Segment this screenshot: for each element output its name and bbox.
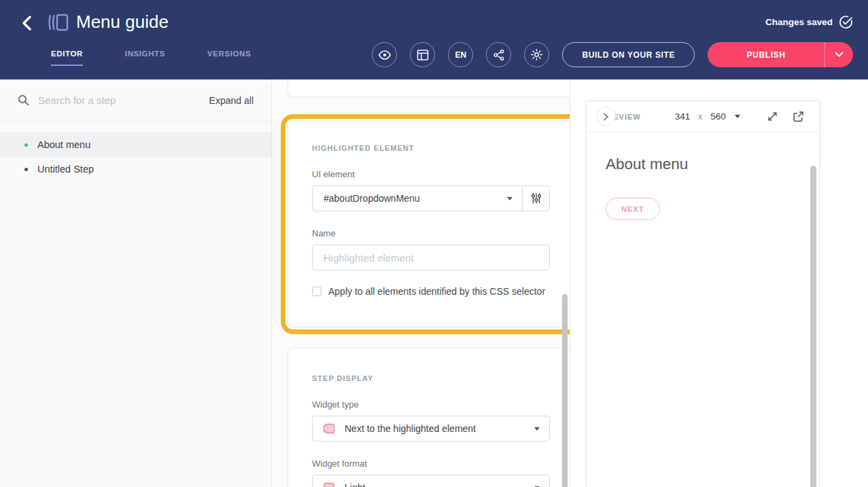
settings-button[interactable] bbox=[524, 42, 549, 67]
check-circle-icon bbox=[839, 15, 853, 29]
language-button[interactable]: EN bbox=[448, 42, 473, 67]
share-button[interactable] bbox=[486, 42, 511, 67]
step-search-row: Expand all bbox=[0, 79, 271, 122]
tab-versions[interactable]: VERSIONS bbox=[207, 50, 251, 66]
previous-settings-card bbox=[288, 79, 570, 97]
ui-element-select-row: #aboutDropdownMenu bbox=[312, 185, 550, 211]
steps-sidebar: Expand all About menu Untitled Step bbox=[0, 79, 272, 487]
step-status-dot bbox=[24, 168, 28, 171]
publish-split-button: PUBLISH bbox=[708, 42, 853, 67]
tab-editor[interactable]: EDITOR bbox=[51, 50, 83, 66]
preview-scrollbar[interactable] bbox=[810, 166, 816, 487]
ui-element-label: UI element bbox=[312, 169, 550, 179]
changes-saved-label: Changes saved bbox=[765, 17, 833, 27]
steps-list: About menu Untitled Step bbox=[0, 132, 271, 181]
apply-to-all-checkbox[interactable] bbox=[312, 287, 322, 296]
apply-to-all-label: Apply to all elements identified by this… bbox=[328, 286, 545, 297]
step-status-dot bbox=[24, 143, 28, 147]
search-step-input[interactable] bbox=[38, 94, 209, 106]
widget-type-label: Widget type bbox=[312, 399, 550, 410]
highlighted-element-ring: HIGHLIGHTED ELEMENT UI element #aboutDro… bbox=[281, 114, 570, 334]
editor-scrollbar[interactable] bbox=[562, 294, 568, 487]
expand-preview-button[interactable] bbox=[767, 111, 778, 122]
preview-height-value: 560 bbox=[710, 111, 726, 122]
tab-insights[interactable]: INSIGHTS bbox=[125, 50, 165, 66]
step-label: Untitled Step bbox=[37, 164, 94, 175]
back-chevron-icon bbox=[21, 16, 33, 31]
preview-eye-button[interactable] bbox=[372, 42, 397, 67]
step-item-about-menu[interactable]: About menu bbox=[0, 132, 271, 157]
chevron-down-icon bbox=[534, 427, 540, 431]
ui-element-select[interactable]: #aboutDropdownMenu bbox=[313, 186, 522, 211]
preview-step-title: About menu bbox=[606, 132, 800, 173]
chevron-down-icon bbox=[735, 115, 740, 118]
expand-all-link[interactable]: Expand all bbox=[209, 95, 254, 106]
gear-icon bbox=[530, 48, 543, 61]
preview-dimensions-select[interactable]: 341 x 560 bbox=[675, 111, 740, 122]
share-icon bbox=[493, 49, 505, 61]
header-tabs: EDITOR INSIGHTS VERSIONS bbox=[51, 50, 251, 66]
collapse-preview-button[interactable] bbox=[596, 107, 616, 126]
preview-region: PREVIEW 341 x 560 bbox=[570, 79, 868, 487]
search-icon bbox=[18, 94, 29, 106]
preview-header-icons bbox=[767, 111, 804, 122]
widget-bubble-icon bbox=[322, 422, 336, 435]
back-button[interactable] bbox=[18, 14, 37, 33]
widget-type-select[interactable]: Next to the highlighted element bbox=[312, 416, 550, 441]
chevron-down-icon bbox=[835, 52, 844, 58]
ui-element-value: #aboutDropdownMenu bbox=[324, 193, 420, 204]
step-label: About menu bbox=[37, 139, 90, 150]
widget-format-icon bbox=[322, 481, 336, 487]
apply-to-all-checkbox-row[interactable]: Apply to all elements identified by this… bbox=[312, 286, 550, 297]
widget-format-label: Widget format bbox=[312, 458, 550, 469]
section-title: STEP DISPLAY bbox=[312, 374, 550, 382]
app-window: Menu guide Changes saved EDITOR INSIGHTS… bbox=[0, 0, 868, 487]
build-on-your-site-button[interactable]: BUILD ON YOUR SITE bbox=[562, 42, 695, 67]
open-external-button[interactable] bbox=[793, 111, 804, 122]
layout-panel-button[interactable] bbox=[410, 42, 435, 67]
preview-width-value: 341 bbox=[675, 111, 691, 122]
preview-panel: PREVIEW 341 x 560 bbox=[586, 101, 820, 487]
step-item-untitled-step[interactable]: Untitled Step bbox=[0, 157, 271, 181]
step-display-card: STEP DISPLAY Widget type Next to the hig… bbox=[288, 348, 570, 487]
chevron-right-icon bbox=[603, 113, 609, 121]
experience-type-icon bbox=[48, 12, 69, 33]
widget-format-select[interactable]: Light bbox=[312, 475, 550, 487]
highlighted-element-name-input[interactable] bbox=[312, 245, 550, 270]
page-title: Menu guide bbox=[76, 12, 169, 33]
widget-format-value: Light bbox=[345, 482, 365, 487]
publish-button[interactable]: PUBLISH bbox=[708, 42, 824, 67]
preview-body: About menu NEXT bbox=[587, 132, 819, 487]
layout-panel-icon bbox=[417, 49, 429, 61]
element-selector-settings-button[interactable] bbox=[522, 186, 549, 211]
chevron-down-icon bbox=[507, 197, 513, 200]
widget-type-value: Next to the highlighted element bbox=[345, 423, 476, 434]
header-controls: EN bbox=[372, 42, 853, 67]
top-header: Menu guide Changes saved EDITOR INSIGHTS… bbox=[0, 0, 868, 79]
changes-saved-status: Changes saved bbox=[765, 15, 853, 29]
sliders-icon bbox=[530, 192, 542, 204]
dimension-separator: x bbox=[698, 112, 702, 122]
highlighted-element-card: HIGHLIGHTED ELEMENT UI element #aboutDro… bbox=[288, 121, 570, 327]
step-editor-panel: HIGHLIGHTED ELEMENT UI element #aboutDro… bbox=[272, 79, 570, 487]
name-label: Name bbox=[312, 228, 550, 238]
language-badge: EN bbox=[455, 50, 467, 60]
section-title: HIGHLIGHTED ELEMENT bbox=[312, 144, 550, 152]
preview-next-button[interactable]: NEXT bbox=[606, 198, 660, 220]
preview-header: PREVIEW 341 x 560 bbox=[587, 101, 819, 132]
eye-icon bbox=[378, 48, 392, 62]
publish-dropdown-button[interactable] bbox=[824, 42, 853, 67]
